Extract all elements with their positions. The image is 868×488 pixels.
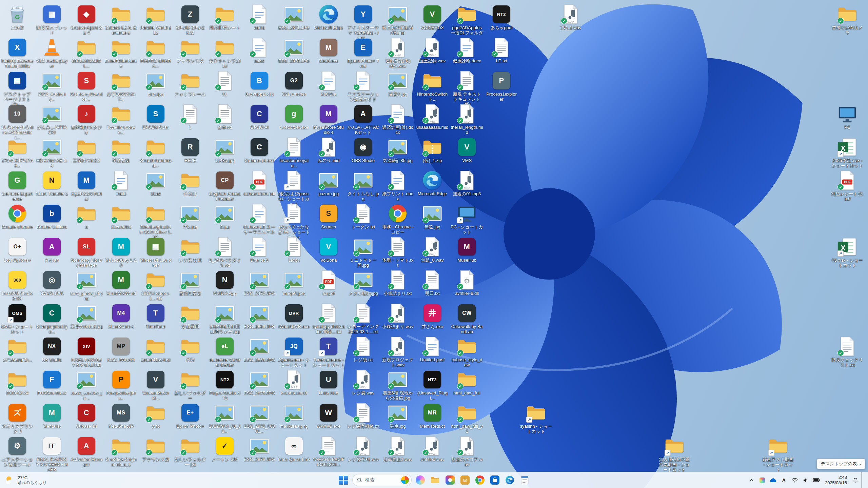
- desktop-icon[interactable]: CP Gryphon Product Installer: [209, 169, 241, 201]
- desktop-icon[interactable]: Microsoft Edge: [416, 169, 449, 196]
- desktop-icon[interactable]: ✓ ESC_2875_00001...: [243, 402, 276, 434]
- desktop-icon[interactable]: ✓ 小銭詰まり.txt: [381, 269, 414, 296]
- desktop-icon[interactable]: ✓ 8801disk2&dGL...: [70, 37, 103, 68]
- taskbar-notepad-icon[interactable]: [518, 473, 531, 487]
- desktop-icon[interactable]: ✓ Parallel World 112: [139, 3, 172, 35]
- desktop-icon[interactable]: R REJE: [174, 136, 206, 163]
- desktop-icon[interactable]: ✓ 2022_Auditoriy...: [36, 70, 68, 102]
- desktop-icon[interactable]: ✓ html_daw_full: [451, 369, 483, 395]
- desktop-icon[interactable]: S EPSON Scan: [139, 103, 172, 130]
- desktop-icon[interactable]: ✓ HD Writer AE 6.4: [36, 136, 68, 168]
- taskbar-chrome-icon[interactable]: [473, 473, 487, 487]
- desktop-icon[interactable]: T TimeTune: [139, 302, 172, 329]
- desktop-icon[interactable]: ✓ 無題.jpg: [416, 203, 449, 229]
- desktop-icon[interactable]: ✓ ESC_2878.JPG: [278, 37, 310, 63]
- desktop-icon[interactable]: ✓ Dramed5: [243, 236, 276, 263]
- desktop-icon[interactable]: ✓ トークン.txt: [347, 203, 379, 229]
- desktop-icon[interactable]: A Activation Manager: [70, 435, 103, 467]
- desktop-icon[interactable]: ◉ OBS Studio: [347, 136, 379, 163]
- desktop-icon[interactable]: ✓ XL: [209, 70, 241, 97]
- desktop-icon[interactable]: MP3✓ k-sishou.mp3: [278, 369, 310, 395]
- desktop-icon[interactable]: OMS↗ OMS - ショートカット: [1, 302, 34, 334]
- desktop-icon[interactable]: CW Cakewalk by BandLab: [451, 302, 483, 334]
- desktop-icon[interactable]: ✓ レジ袋 材料: [174, 236, 206, 263]
- desktop-icon[interactable]: ✓ MsGD.ai: [312, 70, 345, 97]
- gamepad-icon[interactable]: [757, 475, 767, 485]
- desktop-icon[interactable]: ✓ 明日.txt: [416, 269, 449, 296]
- desktop-icon[interactable]: ✓ 新しいフォルダー: [174, 369, 206, 401]
- desktop-icon[interactable]: ✓ OneStick Original e2_a_1: [105, 435, 137, 467]
- desktop-icon[interactable]: g g-recorder.exe: [278, 103, 310, 130]
- notification-bell-icon[interactable]: [850, 475, 861, 485]
- desktop-icon[interactable]: ✓ 体重・トマト.txt: [381, 236, 414, 268]
- desktop-icon[interactable]: F FHASen-Sonik: [36, 369, 68, 395]
- desktop-icon[interactable]: ◎ NVMS-1000: [36, 269, 68, 296]
- desktop-icon[interactable]: WAV✓ 運転日誌(仮)(仮).wav: [381, 37, 414, 68]
- desktop-icon[interactable]: M MyEPSON Portal: [70, 169, 103, 201]
- desktop-icon[interactable]: ⚙✓ avhfiler-6.dll: [451, 269, 483, 296]
- desktop-icon[interactable]: ▦ Minecraft Launcher: [139, 236, 172, 268]
- desktop-icon[interactable]: M4 MuseScore 4: [105, 302, 137, 329]
- desktop-icon[interactable]: X↗ 05.xlsx - ショートカット: [831, 236, 864, 268]
- desktop-icon[interactable]: ↗ PC - ショートカット: [451, 203, 483, 235]
- desktop-icon[interactable]: ✓ 新規目標シート: [209, 3, 241, 30]
- desktop-icon[interactable]: ✓ 紙プリント.docx: [381, 169, 414, 201]
- desktop-icon[interactable]: W WWWC.exe: [312, 402, 345, 429]
- desktop-icon[interactable]: MS MetaSnapJP: [105, 402, 137, 429]
- desktop-icon[interactable]: ✓ レジ袋有料化.txt: [347, 402, 379, 429]
- desktop-icon[interactable]: U Unity Hub: [312, 369, 345, 395]
- desktop-icon[interactable]: WAV✓ レジ袋有料.wav: [347, 435, 379, 462]
- desktop-icon[interactable]: DVR iWatchDVR.exe: [278, 302, 310, 329]
- chevron-up-icon[interactable]: [746, 475, 756, 485]
- desktop-icon[interactable]: ✓ 2023-02-24: [1, 369, 34, 395]
- desktop-icon[interactable]: ✓ 卒業文集: [105, 136, 137, 163]
- desktop-icon[interactable]: WAV✓ 血圧記録.wav: [416, 37, 449, 63]
- volume-icon[interactable]: [801, 475, 811, 485]
- wifi-icon[interactable]: [790, 475, 800, 485]
- desktop-icon[interactable]: C Cubase 14: [70, 402, 103, 429]
- desktop-icon[interactable]: NX NX Studio: [36, 336, 68, 362]
- desktop-icon[interactable]: T↗ TimeTune.exe - ショートカット: [312, 336, 345, 367]
- taskbar-photos-icon[interactable]: [443, 473, 457, 487]
- desktop[interactable]: ♻ ごみ箱▦ 比較表スプレッド◆ Groove Agent SE 4✓ Cuba…: [0, 0, 868, 472]
- desktop-icon[interactable]: NT2 Piapro Studio NT2: [209, 369, 241, 401]
- desktop-icon[interactable]: NT2 (Unsaved_Plugi...: [416, 369, 449, 401]
- desktop-icon[interactable]: ✓ レコーディング 2025-03-1....txt: [347, 302, 379, 334]
- desktop-icon[interactable]: ✓ 仕分け: [174, 169, 206, 196]
- desktop-icon[interactable]: ✓ hisasiburinoyatu...: [278, 136, 310, 168]
- desktop-icon[interactable]: V VOICEVOX: [416, 3, 449, 30]
- desktop-icon[interactable]: ✓ aaisz: [243, 37, 276, 63]
- desktop-icon[interactable]: ✓ レジ袋.txt: [347, 336, 379, 362]
- desktop-icon[interactable]: ✓ Mixcraftkit: [105, 203, 137, 229]
- desktop-icon[interactable]: MID✓ みのり.mid: [312, 136, 345, 163]
- desktop-icon[interactable]: P Process1explorer: [485, 70, 518, 102]
- desktop-icon[interactable]: P Perspective [Irra...: [105, 369, 137, 401]
- desktop-icon[interactable]: WAV✓ レジ袋.wav: [347, 369, 379, 395]
- desktop-icon[interactable]: ✓ makkuraa.png: [278, 402, 310, 429]
- desktop-icon[interactable]: WAV✓ 駐車禁止2.wav: [381, 435, 414, 462]
- desktop-icon[interactable]: A Artisan: [36, 236, 68, 263]
- desktop-icon[interactable]: B Backuppal.clip: [243, 70, 276, 97]
- desktop-icon[interactable]: G2 G2Launcher: [278, 70, 310, 97]
- desktop-icon[interactable]: ✓ (仮)_1.zip: [416, 136, 449, 163]
- desktop-icon[interactable]: ✓ ESC_2871.JPG: [278, 3, 310, 30]
- desktop-icon[interactable]: ✓ LE.txt: [485, 37, 518, 63]
- desktop-icon[interactable]: ✓ Smash-handmad...: [139, 136, 172, 168]
- desktop-icon[interactable]: ✓ pgo2ADAppIns 一括DLフォルダ: [451, 3, 483, 35]
- search-box[interactable]: 検索: [352, 474, 412, 486]
- desktop-icon[interactable]: ✓ Cubase LE ユーザーマニュアル: [243, 203, 276, 235]
- desktop-icon[interactable]: XIV FINAL FANTASY XIV ONLINE: [70, 336, 103, 367]
- desktop-icon[interactable]: PDF✓ consentform.pdf: [243, 169, 276, 196]
- desktop-icon[interactable]: X↗ 2025予定.xlsx - ショートカット: [831, 136, 864, 168]
- desktop-icon[interactable]: ✓ 台本.txt: [209, 103, 241, 130]
- desktop-icon[interactable]: M MusicMixWorld: [105, 269, 137, 296]
- taskbar-copilot-icon[interactable]: [414, 473, 427, 487]
- desktop-icon[interactable]: ✓ ESC_2869.JPG: [243, 336, 276, 362]
- desktop-icon[interactable]: ✓ pazuru.jpg: [312, 169, 345, 196]
- desktop-icon[interactable]: M Mentalist: [36, 402, 68, 429]
- desktop-icon[interactable]: MID✓ usaaaaaass.mid: [416, 103, 449, 130]
- desktop-icon[interactable]: eL eLicenser Control Center: [209, 336, 241, 367]
- desktop-icon[interactable]: ✓ 274366zip(1)...: [1, 336, 34, 362]
- desktop-icon[interactable]: ✓ aero_pinow_sf.png: [70, 269, 103, 301]
- desktop-icon[interactable]: M MuseHub: [451, 236, 483, 263]
